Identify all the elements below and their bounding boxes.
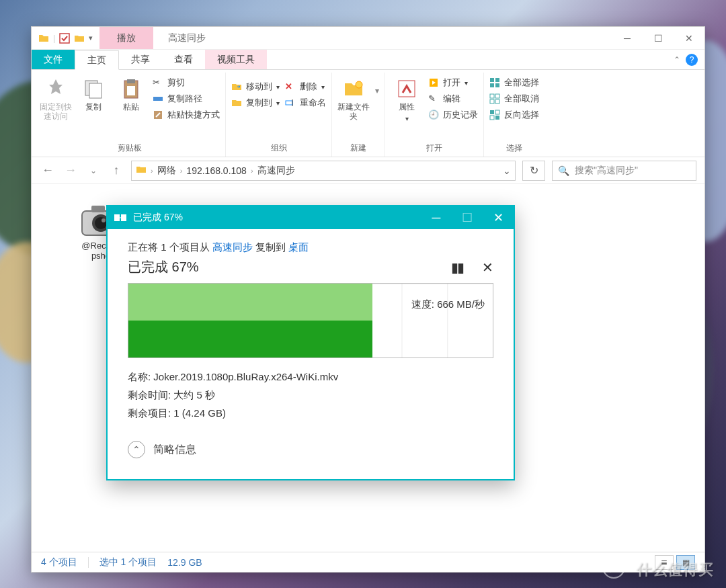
- group-select-label: 选择: [506, 141, 522, 157]
- checkbox-icon[interactable]: [59, 33, 70, 44]
- minimize-button[interactable]: ─: [612, 27, 643, 49]
- maximize-button[interactable]: ☐: [643, 27, 674, 49]
- properties-button[interactable]: 属性 ▾: [391, 74, 423, 124]
- recent-locations-icon[interactable]: ⌄: [85, 163, 102, 179]
- paste-label: 粘贴: [123, 102, 139, 112]
- ribbon-tabs: 文件 主页 共享 查看 视频工具 ⌃ ?: [32, 50, 704, 70]
- paste-shortcut-button[interactable]: 粘贴快捷方式: [153, 109, 220, 121]
- watermark-badge: 值: [602, 556, 625, 579]
- copy-button[interactable]: 复制: [77, 74, 110, 112]
- destination-link[interactable]: 桌面: [288, 241, 309, 253]
- close-button[interactable]: ✕: [674, 27, 704, 49]
- pause-button[interactable]: ▮▮: [451, 259, 463, 276]
- pin-label: 固定到快速访问: [40, 102, 72, 121]
- breadcrumb-host[interactable]: 192.168.0.108: [186, 165, 247, 176]
- svg-rect-17: [490, 94, 494, 98]
- scissors-icon: ✂: [153, 77, 163, 88]
- selection-size: 12.9 GB: [167, 557, 202, 568]
- svg-rect-20: [495, 99, 499, 103]
- refresh-button[interactable]: ↻: [522, 161, 545, 181]
- delete-icon: ✕: [285, 81, 296, 92]
- svg-rect-4: [127, 79, 135, 83]
- address-dropdown-icon[interactable]: ⌄: [503, 165, 511, 176]
- folder-icon: [136, 164, 147, 177]
- select-none-icon: [489, 93, 500, 104]
- select-none-button[interactable]: 全部取消: [489, 93, 539, 105]
- progress-status: 已完成 67%: [128, 258, 199, 276]
- invert-icon: [489, 110, 500, 120]
- select-all-button[interactable]: 全部选择: [489, 77, 539, 89]
- forward-button[interactable]: →: [63, 163, 79, 179]
- open-icon: [428, 77, 439, 88]
- path-icon: [153, 93, 163, 104]
- contextual-tab-play[interactable]: 播放: [99, 27, 153, 49]
- dialog-close-button[interactable]: ✕: [483, 206, 514, 229]
- qat-dropdown-icon[interactable]: ▾: [89, 34, 93, 42]
- group-new-label: 新建: [350, 141, 366, 157]
- svg-rect-5: [127, 86, 135, 95]
- transfer-details: 名称: Joker.2019.1080p.BluRay.x264-WiKi.mk…: [128, 368, 493, 422]
- details-toggle[interactable]: ⌃ 简略信息: [128, 441, 493, 458]
- history-button[interactable]: 🕘历史记录: [428, 109, 478, 121]
- chevron-right-icon[interactable]: ›: [251, 167, 253, 175]
- chevron-right-icon[interactable]: ›: [151, 167, 153, 175]
- dialog-titlebar[interactable]: 已完成 67% ─ ☐ ✕: [108, 206, 514, 229]
- chevron-down-icon: ▾: [465, 79, 468, 87]
- qat-sep: |: [53, 34, 55, 43]
- search-input[interactable]: 🔍 搜索"高速同步": [552, 161, 696, 181]
- breadcrumb-root[interactable]: 网络: [157, 165, 176, 177]
- new-folder-button[interactable]: 新建文件夹: [337, 74, 370, 121]
- back-button[interactable]: ←: [40, 163, 56, 179]
- select-all-icon: [489, 77, 500, 88]
- folder-small-icon[interactable]: [74, 33, 85, 44]
- pin-to-quick-access-button[interactable]: 固定到快速访问: [40, 74, 72, 121]
- open-button[interactable]: 打开 ▾: [428, 77, 468, 89]
- cancel-button[interactable]: ✕: [482, 259, 493, 276]
- paste-button[interactable]: 粘贴: [115, 74, 147, 112]
- tab-view[interactable]: 查看: [162, 50, 205, 69]
- tab-share[interactable]: 共享: [119, 50, 162, 69]
- cut-button[interactable]: ✂剪切: [153, 77, 185, 89]
- copy-to-button[interactable]: 复制到 ▾: [231, 97, 280, 109]
- group-organize-label: 组织: [271, 141, 287, 157]
- svg-rect-23: [490, 116, 494, 120]
- dialog-minimize-button[interactable]: ─: [421, 206, 452, 229]
- address-bar[interactable]: › 网络 › 192.168.0.108 › 高速同步 ⌄: [131, 161, 516, 181]
- edit-button[interactable]: ✎编辑: [428, 93, 460, 105]
- breadcrumb-folder[interactable]: 高速同步: [257, 165, 295, 177]
- svg-rect-19: [490, 99, 494, 103]
- help-icon[interactable]: ?: [686, 54, 698, 66]
- dialog-maximize-button[interactable]: ☐: [452, 206, 483, 229]
- group-clipboard-label: 剪贴板: [118, 141, 142, 157]
- chevron-up-icon: ⌃: [128, 441, 145, 458]
- rename-icon: [285, 97, 296, 108]
- svg-rect-2: [89, 83, 102, 98]
- rename-button[interactable]: 重命名: [285, 97, 326, 109]
- invert-selection-button[interactable]: 反向选择: [489, 109, 539, 121]
- svg-rect-0: [60, 34, 69, 43]
- ribbon-group-select: 全部选择 全部取消 反向选择 选择: [484, 73, 544, 157]
- speed-label: 速度: 666 MB/秒: [411, 298, 485, 310]
- source-link[interactable]: 高速同步: [212, 241, 253, 253]
- copy-progress-icon: [114, 213, 126, 222]
- tab-file[interactable]: 文件: [32, 50, 75, 69]
- svg-rect-11: [399, 81, 415, 97]
- svg-rect-16: [495, 83, 499, 87]
- search-placeholder: 搜索"高速同步": [575, 165, 638, 177]
- tab-video-tools[interactable]: 视频工具: [205, 50, 267, 69]
- tab-home[interactable]: 主页: [75, 50, 119, 70]
- chevron-right-icon[interactable]: ›: [180, 167, 183, 175]
- status-separator: [88, 557, 89, 568]
- collapse-ribbon-icon[interactable]: ⌃: [674, 55, 680, 65]
- ribbon: 固定到快速访问 复制 粘贴 ✂剪切 复制路径 粘贴快捷方式 剪贴板: [32, 70, 704, 157]
- watermark-text: 什么值得买: [637, 560, 714, 580]
- move-to-button[interactable]: 移动到 ▾: [231, 81, 280, 93]
- up-button[interactable]: ↑: [108, 163, 124, 179]
- transfer-graph: 速度: 666 MB/秒: [128, 283, 493, 358]
- copy-path-button[interactable]: 复制路径: [153, 93, 202, 105]
- details-toggle-label: 简略信息: [153, 443, 196, 457]
- delete-button[interactable]: ✕删除 ▾: [285, 81, 325, 93]
- ribbon-group-organize: 移动到 ▾ 复制到 ▾ ✕删除 ▾ 重命名 组织: [226, 73, 332, 157]
- new-item-dropdown-icon[interactable]: ▾: [375, 86, 379, 95]
- history-icon: 🕘: [428, 110, 439, 120]
